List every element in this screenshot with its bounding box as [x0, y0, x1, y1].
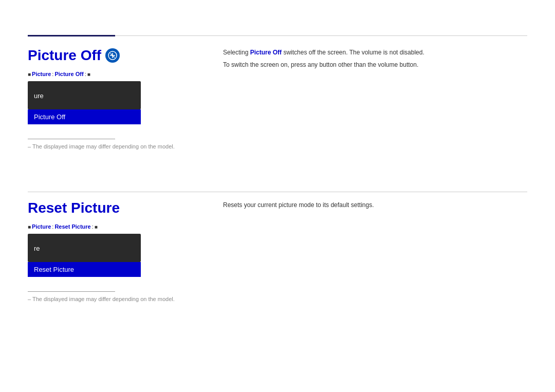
breadcrumb2-separator2: :: [92, 223, 94, 230]
section1-right: Selecting Picture Off switches off the s…: [223, 45, 527, 124]
top-rule-dark: [28, 35, 115, 36]
picture-off-icon: [105, 48, 120, 63]
breadcrumb2-enter-icon: ■: [95, 224, 98, 230]
note2-text: The displayed image may differ depending…: [32, 296, 175, 302]
section2-right: Resets your current picture mode to its …: [223, 198, 527, 277]
breadcrumb-separator2: :: [85, 71, 86, 77]
note2-dash: –: [28, 296, 32, 302]
note1-text: The displayed image may differ depending…: [32, 143, 175, 150]
screen-text-2: re: [34, 244, 40, 252]
section1-breadcrumb: ■ Picture : Picture Off : ■: [28, 71, 223, 77]
menu-item-1: Picture Off: [28, 109, 141, 124]
description1-line1: Selecting Picture Off switches off the s…: [223, 47, 527, 58]
top-rule-light: [115, 35, 527, 36]
breadcrumb2-picture-blue: Picture: [32, 223, 51, 230]
breadcrumb-picture-blue: Picture: [32, 71, 51, 77]
breadcrumb2-menu-icon: ■: [28, 224, 31, 230]
breadcrumb-enter-icon: ■: [87, 71, 90, 77]
breadcrumb-separator1: :: [52, 71, 53, 77]
section1-title: Picture Off: [28, 47, 101, 64]
breadcrumb-menu-icon: ■: [28, 71, 31, 77]
section-reset-picture: Reset Picture ■ Picture : Reset Picture …: [28, 198, 527, 302]
note-dash: –: [28, 143, 32, 150]
section2-breadcrumb: ■ Picture : Reset Picture : ■: [28, 223, 223, 230]
section2-left: Reset Picture ■ Picture : Reset Picture …: [28, 198, 223, 277]
description2-line1: Resets your current picture mode to its …: [223, 200, 527, 210]
breadcrumb2-resetpicture: Reset Picture: [54, 223, 90, 230]
section1-note: – The displayed image may differ dependi…: [28, 143, 527, 150]
screen-text-1: ure: [34, 91, 44, 99]
section2-note: – The displayed image may differ dependi…: [28, 296, 527, 302]
breadcrumb-pictureoff: Picture Off: [54, 71, 83, 77]
section2-title: Reset Picture: [28, 200, 120, 216]
description1-line2: To switch the screen on, press any butto…: [223, 60, 527, 70]
page-container: Picture Off ■ Picture :: [0, 0, 555, 392]
screen-mockup-2: re: [28, 234, 141, 262]
section-divider: [28, 192, 527, 192]
menu-item-2: Reset Picture: [28, 262, 141, 277]
section-picture-off: Picture Off ■ Picture :: [28, 45, 527, 150]
screen-mockup-1: ure: [28, 81, 141, 109]
breadcrumb2-separator1: :: [52, 223, 53, 230]
section2-divider: [28, 291, 115, 292]
section1-divider: [28, 139, 115, 139]
section1-left: Picture Off ■ Picture :: [28, 45, 223, 124]
desc1-blue: Picture Off: [250, 49, 282, 56]
